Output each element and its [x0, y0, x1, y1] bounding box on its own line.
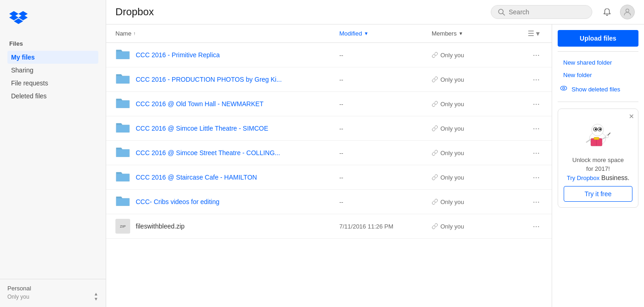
- logo[interactable]: [0, 0, 106, 36]
- file-icon: [115, 121, 130, 136]
- promo-link-part2: Business.: [602, 174, 630, 181]
- file-icon: [115, 72, 130, 87]
- file-row-actions: ···: [515, 98, 542, 110]
- link-icon: [432, 76, 438, 83]
- row-more-button[interactable]: ···: [530, 49, 542, 61]
- folder-icon: [115, 72, 130, 85]
- promo-close-button[interactable]: ✕: [629, 113, 634, 120]
- footer-sub-text: Only you: [7, 294, 29, 300]
- column-name-label: Name: [115, 30, 132, 37]
- column-members[interactable]: Members ▼: [432, 30, 515, 37]
- file-icon: ZIP: [115, 219, 130, 234]
- table-row[interactable]: CCC 2016 @ Simcoe Little Theatre - SIMCO…: [106, 116, 552, 141]
- file-modified: --: [339, 150, 432, 157]
- header-icons: [600, 5, 635, 19]
- file-name: CCC 2016 - PRODUCTION PHOTOS by Greg Ki.…: [136, 76, 339, 83]
- table-row[interactable]: CCC 2016 @ Old Town Hall - NEWMARKET -- …: [106, 92, 552, 116]
- search-input[interactable]: [509, 8, 578, 16]
- sidebar-items: My filesSharingFile requestsDeleted file…: [7, 51, 98, 102]
- link-icon: [432, 125, 438, 132]
- search-bar[interactable]: [491, 5, 592, 19]
- promo-link-text: Try Dropbox Business.: [564, 174, 632, 181]
- sidebar-item-deleted-files[interactable]: Deleted files: [7, 90, 98, 102]
- main-content: Dropbox: [106, 0, 644, 307]
- file-table-header: Name ↑ Modified ▼ Members ▼ ☰ ▾: [106, 24, 552, 43]
- file-row-actions: ···: [515, 196, 542, 208]
- svg-line-6: [503, 13, 505, 15]
- table-row[interactable]: CCC 2016 - Primitive Replica -- Only you…: [106, 43, 552, 67]
- column-name[interactable]: Name ↑: [115, 30, 339, 37]
- upload-files-button[interactable]: Upload files: [558, 30, 638, 47]
- name-sort-icon: ↑: [133, 31, 136, 36]
- file-modified: --: [339, 52, 432, 59]
- sidebar-item-sharing[interactable]: Sharing: [7, 64, 98, 77]
- sidebar-item-my-files[interactable]: My files: [7, 51, 98, 64]
- column-actions: ☰ ▾: [515, 28, 542, 39]
- file-members: Only you: [432, 76, 515, 83]
- table-row[interactable]: CCC- Cribs videos for editing -- Only yo…: [106, 190, 552, 214]
- folder-icon: [115, 145, 130, 158]
- link-icon: [432, 223, 438, 229]
- file-members: Only you: [432, 174, 515, 181]
- row-more-button[interactable]: ···: [530, 98, 542, 110]
- folder-icon: [115, 48, 130, 60]
- svg-point-9: [563, 87, 565, 90]
- action-item-show-deleted[interactable]: Show deleted files: [558, 81, 638, 97]
- file-members: Only you: [432, 52, 515, 59]
- svg-line-22: [608, 133, 610, 135]
- action-item-new-shared-folder[interactable]: New shared folder: [558, 56, 638, 69]
- file-modified: --: [339, 101, 432, 108]
- table-row[interactable]: ZIP fileswithbleed.zip 7/11/2016 11:26 P…: [106, 214, 552, 239]
- file-name: CCC 2016 @ Old Town Hall - NEWMARKET: [136, 100, 339, 108]
- try-it-free-button[interactable]: Try it free: [564, 186, 632, 202]
- svg-rect-18: [594, 138, 599, 140]
- action-item-new-folder[interactable]: New folder: [558, 69, 638, 81]
- mascot-illustration: [580, 114, 617, 151]
- file-row-actions: ···: [515, 49, 542, 61]
- header: Dropbox: [106, 0, 644, 24]
- dropbox-logo-icon: [9, 9, 28, 28]
- promo-text-line1: Unlock more space: [564, 157, 632, 163]
- link-icon: [432, 52, 438, 58]
- file-members: Only you: [432, 150, 515, 157]
- folder-icon: [115, 194, 130, 207]
- svg-point-14: [595, 128, 596, 130]
- footer-arrows[interactable]: ▲ ▼: [94, 292, 98, 301]
- file-members: Only you: [432, 199, 515, 205]
- view-options-button[interactable]: ☰ ▾: [525, 28, 542, 39]
- column-modified[interactable]: Modified ▼: [339, 30, 432, 37]
- table-row[interactable]: CCC 2016 - PRODUCTION PHOTOS by Greg Ki.…: [106, 67, 552, 92]
- column-members-label: Members: [432, 30, 457, 37]
- row-more-button[interactable]: ···: [530, 147, 542, 159]
- file-name: CCC 2016 @ Staircase Cafe - HAMILTON: [136, 174, 339, 181]
- table-row[interactable]: CCC 2016 @ Staircase Cafe - HAMILTON -- …: [106, 165, 552, 190]
- file-row-actions: ···: [515, 147, 542, 159]
- file-icon: [115, 48, 130, 62]
- table-row[interactable]: CCC 2016 @ Simcoe Street Theatre - COLLI…: [106, 141, 552, 165]
- notifications-button[interactable]: [600, 5, 614, 19]
- file-row-actions: ···: [515, 172, 542, 183]
- row-more-button[interactable]: ···: [530, 123, 542, 134]
- promo-text-line2: for 2017!: [564, 165, 632, 172]
- file-icon: [115, 145, 130, 160]
- footer-sub: Only you ▲ ▼: [7, 292, 98, 301]
- file-modified: --: [339, 199, 432, 205]
- file-row-actions: ···: [515, 74, 542, 85]
- row-more-button[interactable]: ···: [530, 74, 542, 85]
- file-modified: 7/11/2016 11:26 PM: [339, 223, 432, 230]
- svg-point-15: [599, 128, 601, 130]
- sidebar-item-file-requests[interactable]: File requests: [7, 77, 98, 90]
- avatar-icon: [623, 7, 632, 17]
- right-panel: Upload files New shared folder New folde…: [552, 24, 644, 307]
- row-more-button[interactable]: ···: [530, 172, 542, 183]
- eye-icon: [560, 84, 568, 94]
- modified-sort-icon: ▼: [364, 31, 368, 36]
- zip-icon: ZIP: [115, 219, 130, 234]
- row-more-button[interactable]: ···: [530, 196, 542, 208]
- folder-icon: [115, 96, 130, 109]
- user-avatar[interactable]: [620, 5, 635, 19]
- column-modified-label: Modified: [339, 30, 362, 37]
- file-modified: --: [339, 174, 432, 181]
- row-more-button[interactable]: ···: [530, 221, 542, 232]
- file-members: Only you: [432, 101, 515, 108]
